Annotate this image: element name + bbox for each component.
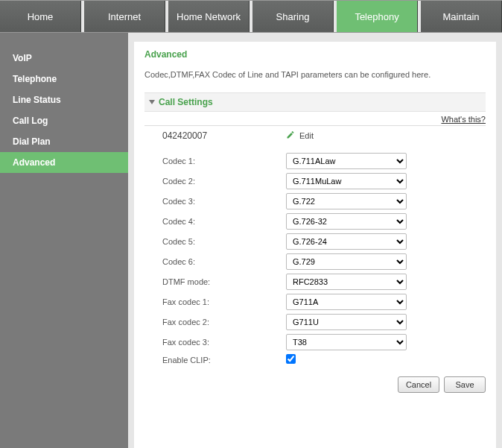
field-select[interactable]: G.722 (286, 193, 407, 209)
field-select[interactable]: G.711MuLaw (286, 173, 407, 189)
cancel-button[interactable]: Cancel (398, 376, 439, 393)
line-id: 042420007 (144, 130, 286, 141)
field-select[interactable]: G711A (286, 294, 407, 310)
sidebar-item-voip[interactable]: VoIP (0, 48, 128, 69)
sidebar: VoIP Telephone Line Status Call Log Dial… (0, 33, 128, 448)
tab-maintain[interactable]: Maintain (421, 1, 502, 32)
page-description: Codec,DTMF,FAX Codec of Line and TAPI pa… (144, 70, 486, 79)
sidebar-item-line-status[interactable]: Line Status (0, 89, 128, 110)
sidebar-item-call-log[interactable]: Call Log (0, 110, 128, 131)
chevron-down-icon (149, 100, 155, 104)
tab-home-network[interactable]: Home Network (168, 1, 250, 32)
page-title: Advanced (144, 49, 486, 60)
field-label: Fax codec 3: (144, 338, 286, 347)
enable-clip-checkbox[interactable] (286, 354, 296, 364)
help-row: What's this? (144, 112, 486, 126)
field-label: Fax codec 1: (144, 297, 286, 306)
edit-icon[interactable] (286, 130, 295, 141)
field-label: Codec 4: (144, 217, 286, 226)
field-label: Codec 6: (144, 257, 286, 266)
field-label: Codec 2: (144, 177, 286, 186)
tab-sharing[interactable]: Sharing (252, 1, 334, 32)
field-select[interactable]: G.726-32 (286, 213, 407, 230)
field-label: DTMF mode: (144, 277, 286, 286)
save-button[interactable]: Save (444, 376, 486, 393)
field-select[interactable]: G711U (286, 314, 407, 330)
enable-clip-label: Enable CLIP: (144, 356, 286, 365)
help-link[interactable]: What's this? (441, 115, 486, 124)
content-panel: Advanced Codec,DTMF,FAX Codec of Line an… (134, 42, 496, 448)
tab-internet[interactable]: Internet (84, 1, 165, 32)
tab-telephony[interactable]: Telephony (337, 1, 418, 32)
field-label: Codec 3: (144, 197, 286, 206)
section-label: Call Settings (159, 97, 213, 107)
sidebar-item-dial-plan[interactable]: Dial Plan (0, 131, 128, 152)
field-label: Codec 5: (144, 237, 286, 246)
field-label: Codec 1: (144, 157, 286, 165)
tab-home[interactable]: Home (0, 1, 81, 32)
field-select[interactable]: G.711ALaw (286, 153, 407, 169)
field-select[interactable]: RFC2833 (286, 274, 407, 290)
top-nav: Home Internet Home Network Sharing Telep… (0, 0, 502, 33)
section-header[interactable]: Call Settings (144, 92, 486, 112)
field-select[interactable]: T38 (286, 334, 407, 350)
field-select[interactable]: G.726-24 (286, 233, 407, 250)
field-select[interactable]: G.729 (286, 253, 407, 270)
edit-label[interactable]: Edit (299, 131, 314, 140)
sidebar-item-advanced[interactable]: Advanced (0, 152, 128, 173)
sidebar-item-telephone[interactable]: Telephone (0, 69, 128, 89)
field-label: Fax codec 2: (144, 318, 286, 326)
